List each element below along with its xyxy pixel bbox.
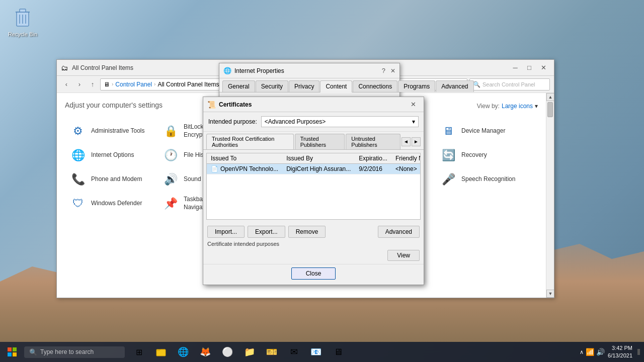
recycle-bin-graphic <box>11 5 35 29</box>
cert-tab-trusted-root[interactable]: Trusted Root Certification Authorities <box>206 134 294 149</box>
cert-import-button[interactable]: Import... <box>207 226 245 238</box>
cert-purposes-label: Certificate intended purposes <box>203 241 424 250</box>
cp-item-speech-recognition[interactable]: 🎤 Speech Recognition <box>435 168 526 191</box>
scroll-thumb[interactable] <box>547 102 553 117</box>
administrative-tools-icon: ⚙ <box>70 123 86 139</box>
cert-cell-expiration: 9/2/2016 <box>355 164 391 174</box>
tray-expand-icon[interactable]: ∧ <box>580 349 584 355</box>
volume-icon[interactable]: 🔊 <box>596 348 605 356</box>
cert-title-text: Certificates <box>219 101 407 108</box>
chrome-button[interactable]: ⚪ <box>217 342 237 362</box>
taskbar-nav-icon: 📌 <box>163 196 179 212</box>
taskbar: 🔍 Type here to search ⊞ 🌐 🦊 ⚪ 📁 🎫 ✉ 📧 🖥 … <box>0 342 644 362</box>
network-icon[interactable]: 📶 <box>586 348 594 356</box>
cert-intended-label: Intended purpose: <box>208 118 257 125</box>
back-button[interactable]: ‹ <box>61 79 72 90</box>
phone-modem-label: Phone and Modem <box>91 175 142 184</box>
ip-tab-privacy[interactable]: Privacy <box>289 80 319 92</box>
ip-close-button[interactable]: ✕ <box>390 67 395 74</box>
app-button-8[interactable]: 📧 <box>306 342 326 362</box>
cert-export-button[interactable]: Export... <box>248 226 285 238</box>
show-desktop-button[interactable] <box>637 349 640 355</box>
chevron-down-icon: ▾ <box>535 103 538 110</box>
cert-col-expiration[interactable]: Expiratio... <box>355 153 391 164</box>
cp-item-phone-modem[interactable]: 📞 Phone and Modem <box>65 168 155 191</box>
ie-options-icon: 🌐 <box>70 147 86 163</box>
mail-button[interactable]: ✉ <box>284 342 304 362</box>
cert-cell-issued-to: 📄OpenVPN Technolo... <box>207 164 282 174</box>
start-button[interactable] <box>0 342 24 362</box>
ip-tab-connections[interactable]: Connections <box>353 80 397 92</box>
cp-item-device-manager[interactable]: 🖥 Device Manager <box>435 120 526 142</box>
taskbar-clock[interactable]: 3:42 PM 6/13/2021 <box>608 344 632 360</box>
cert-view-button[interactable]: View <box>387 250 420 261</box>
recycle-bin-icon[interactable]: Recycle Bin <box>5 5 40 37</box>
scroll-down-arrow[interactable]: ▼ <box>546 290 554 298</box>
taskbar-date-display: 6/13/2021 <box>608 352 632 359</box>
taskbar-apps: ⊞ 🌐 🦊 ⚪ 📁 🎫 ✉ 📧 🖥 <box>125 342 580 362</box>
breadcrumb-icon: 🖥 <box>104 81 110 88</box>
breadcrumb-control-panel[interactable]: Control Panel <box>115 81 152 88</box>
recycle-bin-label: Recycle Bin <box>5 31 40 37</box>
ip-tab-programs[interactable]: Programs <box>398 80 435 92</box>
phone-modem-icon: 📞 <box>70 171 86 188</box>
app-button-9[interactable]: 🖥 <box>328 342 348 362</box>
file-explorer-button[interactable] <box>151 342 171 362</box>
scroll-track <box>546 101 554 290</box>
cert-col-friendly-name[interactable]: Friendly Name <box>391 153 421 164</box>
cp-item-recovery[interactable]: 🔄 Recovery <box>435 144 526 166</box>
cp-item-ie-options[interactable]: 🌐 Internet Options <box>65 144 155 166</box>
cert-tab-left-arrow[interactable]: ◄ <box>401 137 411 146</box>
ip-tab-advanced[interactable]: Advanced <box>436 80 473 92</box>
up-button[interactable]: ↑ <box>87 79 98 90</box>
files-button[interactable]: 📁 <box>239 342 260 362</box>
firefox-button[interactable]: 🦊 <box>195 342 215 362</box>
ip-help-button[interactable]: ? <box>382 67 385 74</box>
cert-purpose-chevron: ▾ <box>412 118 415 125</box>
cp-close-button[interactable]: ✕ <box>537 62 550 73</box>
edge-button[interactable]: 🌐 <box>173 342 193 362</box>
breadcrumb-current: All Control Panel Items <box>157 81 219 88</box>
speech-recognition-label: Speech Recognition <box>461 175 515 184</box>
cp-item-windows-defender[interactable]: 🛡 Windows Defender <box>65 193 155 215</box>
cert-title-icon: 📜 <box>207 101 216 109</box>
ip-tab-security[interactable]: Security <box>256 80 288 92</box>
cert-table-row[interactable]: 📄OpenVPN Technolo... DigiCert High Assur… <box>207 164 421 174</box>
app-button-6[interactable]: 🎫 <box>262 342 282 362</box>
cert-purpose-dropdown[interactable]: <Advanced Purposes> ▾ <box>261 116 419 127</box>
svg-rect-6 <box>8 347 12 351</box>
cert-table: Issued To Issued By Expiratio... Friendl… <box>207 153 421 174</box>
svg-rect-8 <box>8 352 12 356</box>
cert-col-issued-to[interactable]: Issued To <box>207 153 282 164</box>
ip-titlebar: 🌐 Internet Properties ? ✕ <box>219 63 399 78</box>
view-by-value[interactable]: Large icons <box>502 103 533 110</box>
cert-remove-button[interactable]: Remove <box>288 226 326 238</box>
cert-tab-right-arrow[interactable]: ► <box>412 137 421 146</box>
taskbar-time-display: 3:42 PM <box>608 344 632 352</box>
cp-item-administrative-tools[interactable]: ⚙ Administrative Tools <box>65 120 155 142</box>
cert-advanced-button[interactable]: Advanced <box>378 226 420 238</box>
cert-col-issued-by[interactable]: Issued By <box>282 153 355 164</box>
forward-button[interactable]: › <box>74 79 85 90</box>
task-view-button[interactable]: ⊞ <box>129 342 149 362</box>
cp-minimize-button[interactable]: ─ <box>509 62 522 73</box>
taskbar-search-icon: 🔍 <box>29 348 37 356</box>
certificates-dialog: 📜 Certificates ✕ Intended purpose: <Adva… <box>203 97 424 285</box>
cp-scrollbar[interactable]: ▲ ▼ <box>546 93 554 298</box>
cert-close-x-button[interactable]: ✕ <box>407 99 420 110</box>
search-box[interactable]: 🔍 Search Control Panel <box>469 78 550 90</box>
cert-tab-untrusted-publishers[interactable]: Untrusted Publishers <box>346 134 400 149</box>
cert-tab-trusted-publishers[interactable]: Trusted Publishers <box>295 134 345 149</box>
taskbar-search-box[interactable]: 🔍 Type here to search <box>24 346 125 358</box>
cp-maximize-button[interactable]: □ <box>523 62 536 73</box>
device-manager-icon: 🖥 <box>440 123 456 139</box>
taskbar-sys-tray: ∧ 📶 🔊 <box>580 348 605 356</box>
ip-tab-content[interactable]: Content <box>320 80 352 93</box>
cert-action-buttons: Import... Export... Remove Advanced <box>203 223 424 241</box>
scroll-up-arrow[interactable]: ▲ <box>546 93 554 101</box>
cert-row-icon: 📄 <box>211 165 218 172</box>
cert-close-button[interactable]: Close <box>291 267 336 280</box>
ip-tab-general[interactable]: General <box>222 80 255 92</box>
cert-tab-arrows: ◄ ► <box>401 137 421 146</box>
cp-window-controls: ─ □ ✕ <box>509 62 550 73</box>
